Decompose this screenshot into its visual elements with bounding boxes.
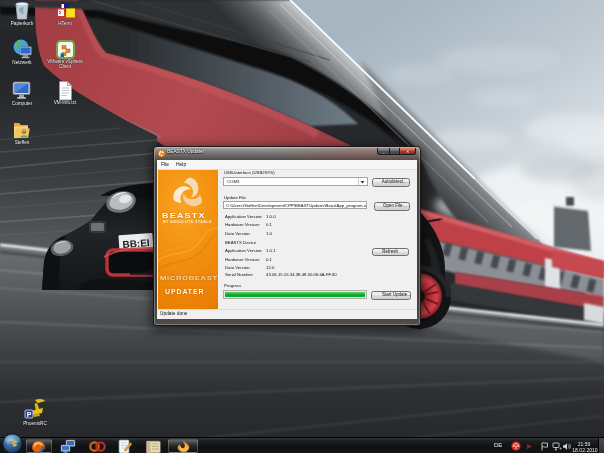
svg-text:P: P xyxy=(27,411,32,418)
